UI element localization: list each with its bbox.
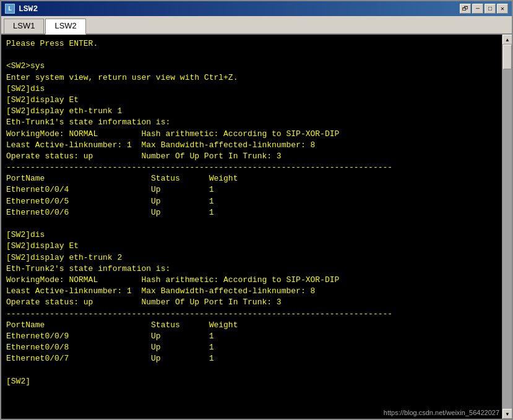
minimize-button[interactable]: ─ bbox=[472, 4, 483, 14]
scrollbar-thumb[interactable] bbox=[503, 45, 512, 69]
terminal-output[interactable]: Please Press ENTER. <SW2>sys Enter syste… bbox=[1, 35, 502, 419]
tab-bar: LSW1 LSW2 bbox=[1, 16, 512, 35]
title-bar-left: L LSW2 bbox=[5, 4, 38, 14]
main-window: L LSW2 🗗 ─ □ ✕ LSW1 LSW2 Please Press EN… bbox=[0, 0, 513, 420]
restore-button[interactable]: 🗗 bbox=[460, 4, 471, 14]
title-controls: 🗗 ─ □ ✕ bbox=[460, 4, 508, 14]
terminal-container: Please Press ENTER. <SW2>sys Enter syste… bbox=[1, 35, 512, 419]
watermark: https://blog.csdn.net/weixin_56422027 bbox=[384, 409, 499, 416]
scrollbar-up-button[interactable]: ▲ bbox=[502, 35, 512, 45]
scrollbar-track[interactable] bbox=[502, 45, 512, 409]
scrollbar: ▲ ▼ bbox=[502, 35, 512, 419]
title-bar: L LSW2 🗗 ─ □ ✕ bbox=[1, 1, 512, 16]
close-button[interactable]: ✕ bbox=[497, 4, 508, 14]
window-icon: L bbox=[5, 4, 15, 14]
scrollbar-down-button[interactable]: ▼ bbox=[502, 409, 512, 419]
tab-lsw1[interactable]: LSW1 bbox=[4, 19, 44, 33]
window-title: LSW2 bbox=[19, 4, 38, 14]
tab-lsw2[interactable]: LSW2 bbox=[45, 19, 85, 35]
maximize-button[interactable]: □ bbox=[485, 4, 496, 14]
